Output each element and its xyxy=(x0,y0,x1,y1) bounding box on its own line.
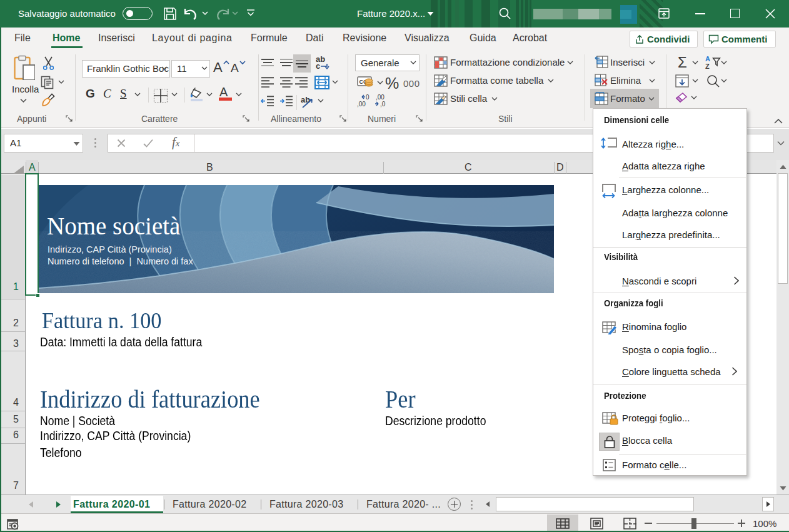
svg-text:0: 0 xyxy=(366,94,369,101)
svg-text:,00: ,00 xyxy=(357,101,366,108)
svg-text:c: c xyxy=(316,61,320,70)
svg-text:,00: ,00 xyxy=(376,94,384,101)
svg-text:Z: Z xyxy=(705,63,710,70)
svg-text:,0: ,0 xyxy=(380,101,386,108)
svg-text:A: A xyxy=(705,55,710,63)
